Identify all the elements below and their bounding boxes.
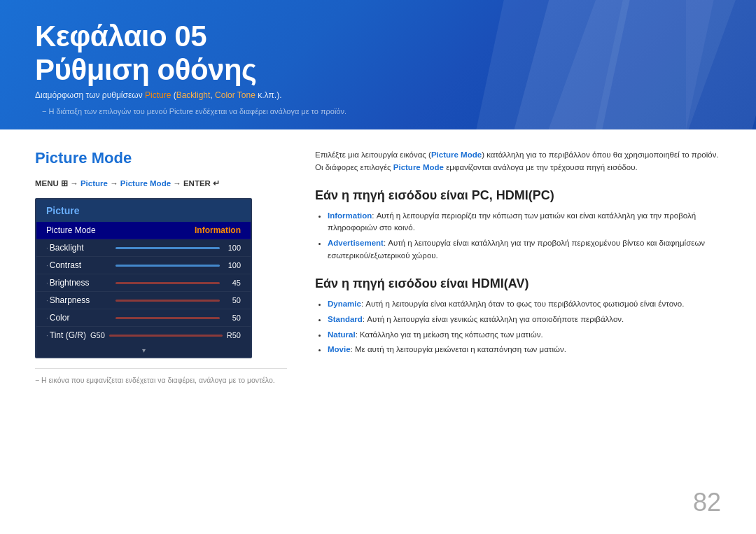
tint-slider (109, 335, 223, 337)
sharpness-row: · Sharpness 50 (36, 292, 251, 309)
subsection2-title: Εάν η πηγή εισόδου είναι HDMI(AV) (315, 276, 721, 291)
right-column: Επιλέξτε μια λειτουργία εικόνας (Picture… (315, 149, 721, 513)
section-title: Picture Mode (35, 149, 287, 167)
chevron-down: ▾ (36, 344, 251, 357)
sharpness-slider: 50 (115, 296, 241, 304)
list-item: Movie: Με αυτή τη λειτουργία μειώνεται η… (328, 344, 721, 356)
subsection1-title: Εάν η πηγή εισόδου είναι PC, HDMI(PC) (315, 188, 721, 203)
brightness-row: · Brightness 45 (36, 274, 251, 292)
left-column: Picture Mode MENU ⊞ → Picture → Picture … (35, 149, 287, 513)
subsection2-list: Dynamic: Αυτή η λειτουργία είναι κατάλλη… (315, 298, 721, 356)
backlight-label: Backlight (50, 243, 113, 253)
sharpness-label: Sharpness (50, 295, 113, 305)
list-item: Advertisement: Αυτή η λειτουργία είναι κ… (328, 237, 721, 262)
contrast-label: Contrast (50, 260, 113, 270)
list-item: Dynamic: Αυτή η λειτουργία είναι κατάλλη… (328, 298, 721, 311)
header-banner: Κεφάλαιο 05 Ρύθμιση οθόνης Διαμόρφωση τω… (0, 0, 756, 129)
picture-mode-label: Picture Mode (46, 225, 109, 235)
contrast-slider: 100 (115, 261, 241, 269)
picture-ui-header: Picture (36, 199, 251, 222)
backlight-row: · Backlight 100 (36, 239, 251, 257)
picture-mode-row: Picture Mode Information (36, 222, 251, 239)
list-item: Natural: Κατάλληλο για τη μείωση της κόπ… (328, 329, 721, 342)
menu-path: MENU ⊞ → Picture → Picture Mode → ENTER … (35, 178, 287, 188)
color-label: Color (50, 313, 113, 323)
brightness-slider: 45 (115, 279, 241, 287)
color-slider: 50 (115, 314, 241, 322)
chapter-title: Κεφάλαιο 05 Ρύθμιση οθόνης (35, 20, 256, 87)
header-note: − Η διάταξη των επιλογών του μενού Pictu… (42, 107, 346, 115)
header-subtitle: Διαμόρφωση των ρυθμίσεων Picture (Backli… (35, 90, 282, 100)
page-number: 82 (693, 488, 721, 517)
picture-mode-value: Information (195, 225, 241, 235)
intro-text: Επιλέξτε μια λειτουργία εικόνας (Picture… (315, 149, 721, 174)
list-item: Standard: Αυτή η λειτουργία είναι γενικώ… (328, 314, 721, 326)
main-content: Picture Mode MENU ⊞ → Picture → Picture … (0, 129, 756, 534)
backlight-slider: 100 (115, 244, 241, 252)
contrast-row: · Contrast 100 (36, 257, 251, 274)
brightness-label: Brightness (50, 278, 113, 288)
picture-ui-mockup: Picture Picture Mode Information · Backl… (35, 198, 252, 358)
color-row: · Color 50 (36, 309, 251, 327)
list-item: Information: Αυτή η λειτουργία περιορίζε… (328, 210, 721, 235)
tint-row: · Tint (G/R) G50 R50 (36, 327, 251, 344)
image-note: − Η εικόνα που εμφανίζεται ενδέχεται να … (35, 368, 287, 384)
subsection1-list: Information: Αυτή η λειτουργία περιορίζε… (315, 210, 721, 262)
